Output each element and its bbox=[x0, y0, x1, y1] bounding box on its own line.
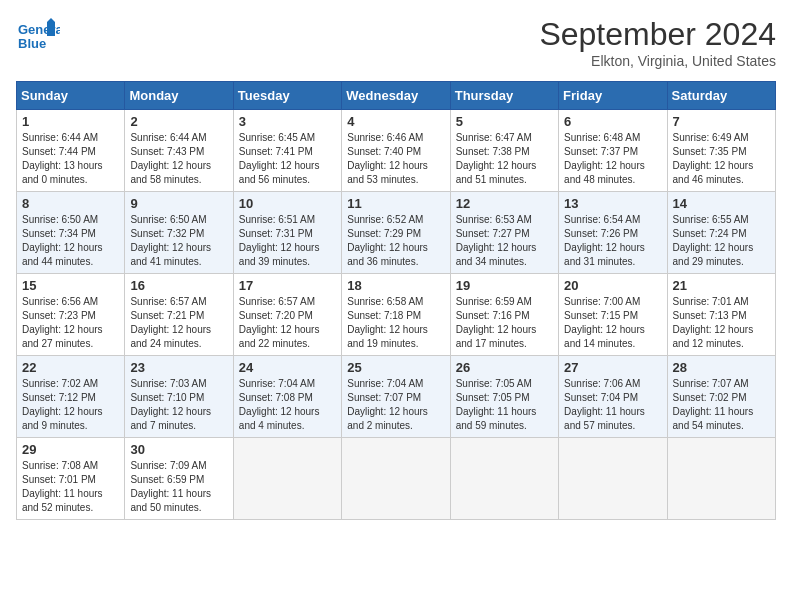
day-number: 24 bbox=[239, 360, 336, 375]
calendar-cell: 8Sunrise: 6:50 AM Sunset: 7:34 PM Daylig… bbox=[17, 192, 125, 274]
calendar-cell: 30Sunrise: 7:09 AM Sunset: 6:59 PM Dayli… bbox=[125, 438, 233, 520]
day-info: Sunrise: 6:45 AM Sunset: 7:41 PM Dayligh… bbox=[239, 131, 336, 187]
calendar-cell: 19Sunrise: 6:59 AM Sunset: 7:16 PM Dayli… bbox=[450, 274, 558, 356]
calendar-cell: 7Sunrise: 6:49 AM Sunset: 7:35 PM Daylig… bbox=[667, 110, 775, 192]
calendar-cell: 22Sunrise: 7:02 AM Sunset: 7:12 PM Dayli… bbox=[17, 356, 125, 438]
day-info: Sunrise: 7:08 AM Sunset: 7:01 PM Dayligh… bbox=[22, 459, 119, 515]
calendar-cell: 24Sunrise: 7:04 AM Sunset: 7:08 PM Dayli… bbox=[233, 356, 341, 438]
day-number: 30 bbox=[130, 442, 227, 457]
day-info: Sunrise: 6:57 AM Sunset: 7:20 PM Dayligh… bbox=[239, 295, 336, 351]
logo: General Blue bbox=[16, 16, 60, 60]
day-info: Sunrise: 6:53 AM Sunset: 7:27 PM Dayligh… bbox=[456, 213, 553, 269]
calendar-cell: 1Sunrise: 6:44 AM Sunset: 7:44 PM Daylig… bbox=[17, 110, 125, 192]
day-number: 29 bbox=[22, 442, 119, 457]
calendar-cell: 28Sunrise: 7:07 AM Sunset: 7:02 PM Dayli… bbox=[667, 356, 775, 438]
dow-header: Thursday bbox=[450, 82, 558, 110]
day-number: 2 bbox=[130, 114, 227, 129]
calendar-cell: 17Sunrise: 6:57 AM Sunset: 7:20 PM Dayli… bbox=[233, 274, 341, 356]
day-number: 17 bbox=[239, 278, 336, 293]
day-number: 26 bbox=[456, 360, 553, 375]
day-info: Sunrise: 7:01 AM Sunset: 7:13 PM Dayligh… bbox=[673, 295, 770, 351]
day-number: 25 bbox=[347, 360, 444, 375]
calendar-cell bbox=[450, 438, 558, 520]
calendar-cell: 16Sunrise: 6:57 AM Sunset: 7:21 PM Dayli… bbox=[125, 274, 233, 356]
day-number: 15 bbox=[22, 278, 119, 293]
day-number: 28 bbox=[673, 360, 770, 375]
day-info: Sunrise: 6:47 AM Sunset: 7:38 PM Dayligh… bbox=[456, 131, 553, 187]
day-info: Sunrise: 6:50 AM Sunset: 7:32 PM Dayligh… bbox=[130, 213, 227, 269]
day-info: Sunrise: 6:51 AM Sunset: 7:31 PM Dayligh… bbox=[239, 213, 336, 269]
day-info: Sunrise: 7:05 AM Sunset: 7:05 PM Dayligh… bbox=[456, 377, 553, 433]
day-number: 23 bbox=[130, 360, 227, 375]
day-number: 6 bbox=[564, 114, 661, 129]
day-info: Sunrise: 6:48 AM Sunset: 7:37 PM Dayligh… bbox=[564, 131, 661, 187]
day-number: 27 bbox=[564, 360, 661, 375]
day-number: 16 bbox=[130, 278, 227, 293]
page-header: General Blue September 2024 Elkton, Virg… bbox=[16, 16, 776, 69]
day-info: Sunrise: 7:07 AM Sunset: 7:02 PM Dayligh… bbox=[673, 377, 770, 433]
dow-header: Friday bbox=[559, 82, 667, 110]
day-info: Sunrise: 6:44 AM Sunset: 7:43 PM Dayligh… bbox=[130, 131, 227, 187]
day-info: Sunrise: 7:09 AM Sunset: 6:59 PM Dayligh… bbox=[130, 459, 227, 515]
calendar-cell: 26Sunrise: 7:05 AM Sunset: 7:05 PM Dayli… bbox=[450, 356, 558, 438]
calendar-cell bbox=[667, 438, 775, 520]
calendar-cell: 14Sunrise: 6:55 AM Sunset: 7:24 PM Dayli… bbox=[667, 192, 775, 274]
day-number: 11 bbox=[347, 196, 444, 211]
calendar-cell: 21Sunrise: 7:01 AM Sunset: 7:13 PM Dayli… bbox=[667, 274, 775, 356]
day-number: 20 bbox=[564, 278, 661, 293]
calendar-cell: 3Sunrise: 6:45 AM Sunset: 7:41 PM Daylig… bbox=[233, 110, 341, 192]
calendar-cell bbox=[559, 438, 667, 520]
calendar-cell: 4Sunrise: 6:46 AM Sunset: 7:40 PM Daylig… bbox=[342, 110, 450, 192]
day-number: 14 bbox=[673, 196, 770, 211]
day-number: 12 bbox=[456, 196, 553, 211]
calendar-cell: 11Sunrise: 6:52 AM Sunset: 7:29 PM Dayli… bbox=[342, 192, 450, 274]
dow-header: Monday bbox=[125, 82, 233, 110]
day-number: 8 bbox=[22, 196, 119, 211]
day-number: 1 bbox=[22, 114, 119, 129]
calendar-table: SundayMondayTuesdayWednesdayThursdayFrid… bbox=[16, 81, 776, 520]
calendar-cell: 25Sunrise: 7:04 AM Sunset: 7:07 PM Dayli… bbox=[342, 356, 450, 438]
calendar-cell bbox=[233, 438, 341, 520]
calendar-cell: 9Sunrise: 6:50 AM Sunset: 7:32 PM Daylig… bbox=[125, 192, 233, 274]
logo-svg: General Blue bbox=[16, 16, 60, 60]
month-title: September 2024 bbox=[539, 16, 776, 53]
calendar-cell: 29Sunrise: 7:08 AM Sunset: 7:01 PM Dayli… bbox=[17, 438, 125, 520]
calendar-cell: 6Sunrise: 6:48 AM Sunset: 7:37 PM Daylig… bbox=[559, 110, 667, 192]
day-info: Sunrise: 6:52 AM Sunset: 7:29 PM Dayligh… bbox=[347, 213, 444, 269]
day-info: Sunrise: 6:49 AM Sunset: 7:35 PM Dayligh… bbox=[673, 131, 770, 187]
dow-header: Sunday bbox=[17, 82, 125, 110]
dow-header: Wednesday bbox=[342, 82, 450, 110]
calendar-cell: 27Sunrise: 7:06 AM Sunset: 7:04 PM Dayli… bbox=[559, 356, 667, 438]
calendar-cell: 20Sunrise: 7:00 AM Sunset: 7:15 PM Dayli… bbox=[559, 274, 667, 356]
calendar-cell: 13Sunrise: 6:54 AM Sunset: 7:26 PM Dayli… bbox=[559, 192, 667, 274]
calendar-cell: 2Sunrise: 6:44 AM Sunset: 7:43 PM Daylig… bbox=[125, 110, 233, 192]
day-number: 10 bbox=[239, 196, 336, 211]
day-number: 21 bbox=[673, 278, 770, 293]
svg-text:Blue: Blue bbox=[18, 36, 46, 51]
day-number: 18 bbox=[347, 278, 444, 293]
calendar-cell: 5Sunrise: 6:47 AM Sunset: 7:38 PM Daylig… bbox=[450, 110, 558, 192]
day-number: 7 bbox=[673, 114, 770, 129]
day-number: 22 bbox=[22, 360, 119, 375]
day-number: 5 bbox=[456, 114, 553, 129]
day-info: Sunrise: 6:55 AM Sunset: 7:24 PM Dayligh… bbox=[673, 213, 770, 269]
title-block: September 2024 Elkton, Virginia, United … bbox=[539, 16, 776, 69]
day-info: Sunrise: 7:02 AM Sunset: 7:12 PM Dayligh… bbox=[22, 377, 119, 433]
day-info: Sunrise: 6:54 AM Sunset: 7:26 PM Dayligh… bbox=[564, 213, 661, 269]
dow-header: Saturday bbox=[667, 82, 775, 110]
calendar-cell: 12Sunrise: 6:53 AM Sunset: 7:27 PM Dayli… bbox=[450, 192, 558, 274]
calendar-cell: 23Sunrise: 7:03 AM Sunset: 7:10 PM Dayli… bbox=[125, 356, 233, 438]
dow-header: Tuesday bbox=[233, 82, 341, 110]
calendar-cell: 10Sunrise: 6:51 AM Sunset: 7:31 PM Dayli… bbox=[233, 192, 341, 274]
day-info: Sunrise: 7:04 AM Sunset: 7:08 PM Dayligh… bbox=[239, 377, 336, 433]
day-info: Sunrise: 7:03 AM Sunset: 7:10 PM Dayligh… bbox=[130, 377, 227, 433]
day-info: Sunrise: 7:04 AM Sunset: 7:07 PM Dayligh… bbox=[347, 377, 444, 433]
day-info: Sunrise: 7:00 AM Sunset: 7:15 PM Dayligh… bbox=[564, 295, 661, 351]
day-info: Sunrise: 6:59 AM Sunset: 7:16 PM Dayligh… bbox=[456, 295, 553, 351]
day-info: Sunrise: 6:56 AM Sunset: 7:23 PM Dayligh… bbox=[22, 295, 119, 351]
day-info: Sunrise: 6:44 AM Sunset: 7:44 PM Dayligh… bbox=[22, 131, 119, 187]
day-info: Sunrise: 6:50 AM Sunset: 7:34 PM Dayligh… bbox=[22, 213, 119, 269]
day-info: Sunrise: 6:58 AM Sunset: 7:18 PM Dayligh… bbox=[347, 295, 444, 351]
location-subtitle: Elkton, Virginia, United States bbox=[539, 53, 776, 69]
day-info: Sunrise: 6:46 AM Sunset: 7:40 PM Dayligh… bbox=[347, 131, 444, 187]
